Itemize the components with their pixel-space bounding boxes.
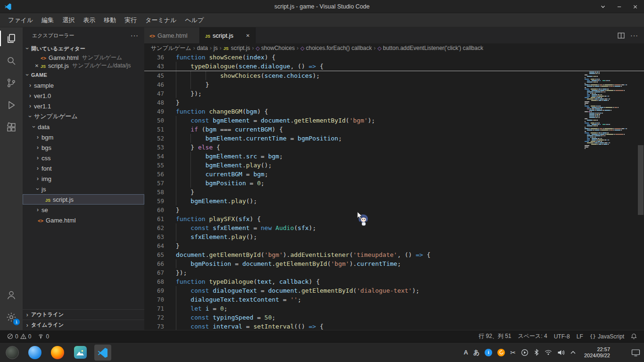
breadcrumb-item[interactable]: script.js xyxy=(223,45,250,51)
sidebar-title: エクスプローラー xyxy=(32,32,74,39)
file-manager-button[interactable] xyxy=(72,345,89,361)
source-control-icon[interactable] xyxy=(0,72,23,94)
breadcrumb-separator-icon: › xyxy=(374,45,376,51)
tree-item[interactable]: bgm xyxy=(23,132,144,142)
scrollbar-thumb[interactable] xyxy=(638,145,644,215)
input-method-icon[interactable]: A xyxy=(464,349,468,356)
tree-item[interactable]: ver1.1 xyxy=(23,101,144,111)
firefox-button[interactable] xyxy=(49,345,66,361)
tree-item[interactable]: se xyxy=(23,205,144,215)
tree-item[interactable]: font xyxy=(23,163,144,173)
code-line: 47 }); xyxy=(144,89,644,98)
update-manager-icon[interactable] xyxy=(497,349,505,356)
indent-setting[interactable]: スペース: 4 xyxy=(515,332,551,340)
tree-item[interactable]: js xyxy=(23,184,144,194)
menu-go[interactable]: 移動 xyxy=(99,14,120,26)
tree-item[interactable]: サンプルゲーム xyxy=(23,111,144,122)
code-line: 49function changeBGM(bgm) { xyxy=(144,107,644,116)
line-number: 67 xyxy=(144,268,164,277)
menu-view[interactable]: 表示 xyxy=(79,14,99,26)
menu-run[interactable]: 実行 xyxy=(120,14,141,26)
breadcrumb-item[interactable]: ◇choices.forEach() callback xyxy=(300,45,372,51)
menu-file[interactable]: ファイル xyxy=(4,14,37,26)
open-editors-list: Game.htmlサンプルゲーム✕script.jsサンプルゲーム/data/j… xyxy=(23,54,144,70)
search-icon[interactable] xyxy=(0,49,23,72)
open-editor-item[interactable]: Game.htmlサンプルゲーム xyxy=(23,54,144,62)
notifications-bell-icon[interactable] xyxy=(627,333,640,339)
line-number: 59 xyxy=(144,197,164,206)
eol-setting[interactable]: LF xyxy=(573,333,586,340)
close-icon[interactable]: ✕ xyxy=(33,63,41,68)
explorer-icon[interactable] xyxy=(0,27,23,49)
chevron-up-icon[interactable] xyxy=(570,350,576,354)
tab-game-html[interactable]: Game.html xyxy=(144,27,200,43)
line-number: 48 xyxy=(144,98,164,107)
tab-label: Game.html xyxy=(157,32,188,39)
app-menu-button[interactable] xyxy=(4,345,21,361)
run-and-debug-icon[interactable] xyxy=(0,94,23,116)
media-player-icon[interactable] xyxy=(521,349,528,356)
code-line: 50 const bgmElement = document.getElemen… xyxy=(144,116,644,125)
menu-selection[interactable]: 選択 xyxy=(58,14,79,26)
ports-button[interactable]: 0 xyxy=(34,330,52,342)
encoding-setting[interactable]: UTF-8 xyxy=(551,333,573,340)
breadcrumb-separator-icon: › xyxy=(220,45,222,51)
breadcrumb-item[interactable]: サンプルゲーム xyxy=(151,44,191,52)
file-path-description: サンプルゲーム xyxy=(82,54,144,62)
tree-item[interactable]: ver1.0 xyxy=(23,90,144,101)
tree-item[interactable]: Game.html xyxy=(23,215,144,225)
breadcrumb-item[interactable]: ◇button.addEventListener('click') callba… xyxy=(378,45,483,51)
braces-icon: {} xyxy=(590,333,596,339)
show-desktop-icon[interactable] xyxy=(631,349,640,356)
more-actions-icon[interactable]: ··· xyxy=(131,32,139,39)
input-method-kana-icon[interactable]: あ xyxy=(473,348,479,357)
bluetooth-icon[interactable] xyxy=(534,349,539,356)
language-mode[interactable]: {} JavaScript xyxy=(586,333,627,340)
open-editor-item[interactable]: ✕script.jsサンプルゲーム/data/js xyxy=(23,62,144,70)
tree-item[interactable]: data xyxy=(23,122,144,132)
menubar: ファイル編集選択表示移動実行ターミナルヘルプ xyxy=(0,13,644,27)
tree-item[interactable]: css xyxy=(23,153,144,163)
project-header[interactable]: GAME xyxy=(23,70,144,80)
info-tray-icon[interactable]: i xyxy=(485,349,492,356)
tree-item[interactable]: sample xyxy=(23,80,144,90)
problems-button[interactable]: 0 0 xyxy=(4,330,34,342)
chevron-down-icon xyxy=(27,113,33,120)
line-number: 46 xyxy=(144,80,164,89)
tree-item[interactable]: bgs xyxy=(23,142,144,153)
menu-edit[interactable]: 編集 xyxy=(37,14,58,26)
extensions-icon[interactable] xyxy=(0,116,23,138)
cursor-position[interactable]: 行 92、列 51 xyxy=(475,332,514,340)
tree-item[interactable]: img xyxy=(23,173,144,184)
screenshot-tool-icon[interactable]: ✂ xyxy=(510,349,516,356)
breadcrumb-item[interactable]: ◇showChoices xyxy=(256,45,295,51)
accounts-icon[interactable] xyxy=(0,284,23,306)
web-browser-button[interactable] xyxy=(26,345,43,361)
tree-item-script-js[interactable]: script.js xyxy=(23,194,144,205)
line-number: 61 xyxy=(144,214,164,223)
volume-icon[interactable] xyxy=(557,349,565,356)
breadcrumb-item[interactable]: data xyxy=(197,45,208,51)
maximize-icon[interactable] xyxy=(615,2,623,11)
clock[interactable]: 22:57 2024/09/22 xyxy=(584,346,610,358)
open-editors-header[interactable]: 開いているエディター xyxy=(23,43,144,54)
menu-terminal[interactable]: ターミナル xyxy=(141,14,181,26)
close-icon[interactable] xyxy=(631,2,639,11)
breadcrumb-item[interactable]: js xyxy=(214,45,218,51)
code-editor[interactable]: 36function showScene(index) {43 typeDial… xyxy=(144,53,644,330)
wifi-icon[interactable] xyxy=(545,349,552,355)
chevron-right-icon xyxy=(26,82,34,88)
menu-help[interactable]: ヘルプ xyxy=(181,14,208,26)
minimize-icon[interactable] xyxy=(599,2,607,11)
editor-scrollbar[interactable] xyxy=(637,53,644,330)
settings-gear-icon[interactable]: 1 xyxy=(0,306,23,328)
vscode-taskbar-button[interactable] xyxy=(94,345,111,361)
line-number: 36 xyxy=(144,53,164,62)
editor-more-actions-icon[interactable]: ··· xyxy=(630,32,638,39)
close-icon[interactable]: ✕ xyxy=(241,33,250,38)
split-editor-icon[interactable] xyxy=(618,33,625,39)
minimap[interactable] xyxy=(585,53,637,330)
tab-script-js[interactable]: script.js✕ xyxy=(200,27,256,43)
outline-header[interactable]: アウトライン xyxy=(23,309,144,320)
timeline-header[interactable]: タイムライン xyxy=(23,320,144,330)
